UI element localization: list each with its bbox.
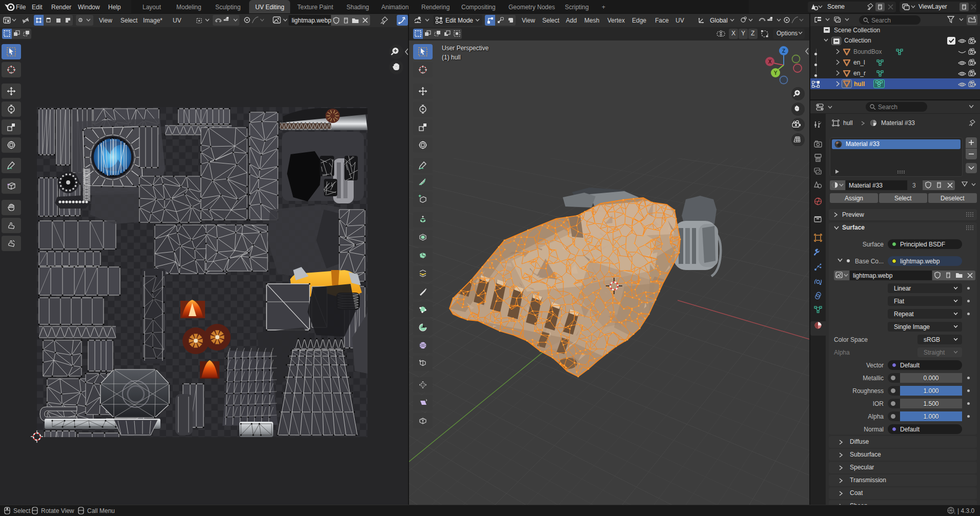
svg-text:Z: Z [782, 48, 785, 54]
svg-text:Y: Y [774, 70, 778, 76]
svg-text:X: X [768, 59, 772, 65]
svg-text:1: 1 [954, 511, 955, 514]
